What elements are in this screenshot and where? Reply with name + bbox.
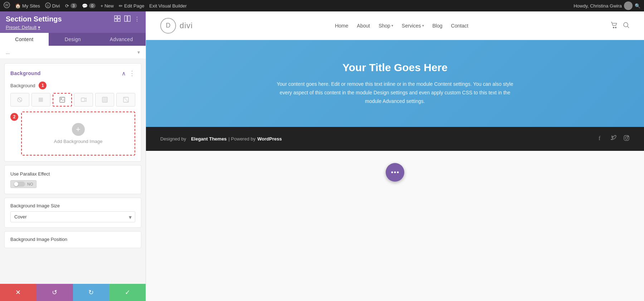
left-panel: Section Settings ⋮ Prese — [0, 11, 146, 301]
tab-design[interactable]: Design — [49, 33, 97, 46]
wp-logo-icon[interactable]: W — [4, 2, 10, 10]
bg-image-size-label: Background Image Size — [10, 203, 135, 208]
footer-social-icons: f — [597, 135, 630, 143]
add-background-image-label: Add Background Image — [54, 139, 103, 144]
comments-icon: 💬 — [82, 3, 88, 9]
hero-title: Your Title Goes Here — [160, 61, 630, 74]
background-section: Background ∧ ⋮ Background 1 — [4, 63, 141, 162]
footer-separator: | Powered by — [229, 136, 256, 142]
nav-item-contact[interactable]: Contact — [451, 23, 468, 29]
svg-point-29 — [628, 136, 629, 137]
svg-rect-16 — [102, 97, 107, 102]
footer-elegant-themes: Elegant Themes — [191, 136, 227, 142]
floating-menu-button[interactable] — [386, 163, 404, 182]
edit-page-button[interactable]: ✏ Edit Page — [119, 3, 144, 9]
bottom-action-bar: ✕ ↺ ↻ ✓ — [0, 284, 146, 301]
footer-designed-by: Designed by — [160, 136, 186, 142]
bg-type-video-button[interactable] — [74, 93, 93, 107]
bg-type-none-button[interactable] — [10, 93, 29, 107]
bg-type-color-button[interactable] — [31, 93, 50, 107]
step-2-row: 2 + Add Background Image — [10, 112, 135, 156]
preview-area: D divi Home About Shop ▾ Services ▾ — [146, 11, 644, 301]
toggle-thumb — [14, 182, 18, 186]
exit-visual-builder-button[interactable]: Exit Visual Builder — [149, 3, 187, 9]
add-background-image-button[interactable]: + Add Background Image — [21, 112, 135, 156]
add-image-plus-icon: + — [72, 123, 85, 136]
panel-tabs: Content Design Advanced — [0, 33, 146, 46]
footer-wordpress: WordPress — [257, 136, 282, 142]
tab-advanced[interactable]: Advanced — [97, 33, 146, 46]
nav-item-services[interactable]: Services ▾ — [402, 23, 424, 29]
svg-rect-12 — [39, 98, 43, 102]
redo-button[interactable]: ↻ — [73, 284, 109, 301]
facebook-icon[interactable]: f — [597, 135, 604, 143]
house-icon: 🏠 — [15, 3, 21, 9]
bg-image-size-select[interactable]: Cover Contain Actual Size Custom — [10, 211, 135, 222]
parallax-section: Use Parallax Effect NO — [4, 165, 141, 194]
logo-text: divi — [180, 21, 193, 30]
nav-item-blog[interactable]: Blog — [433, 23, 443, 29]
nav-item-home[interactable]: Home — [335, 23, 348, 29]
site-footer: Designed by Elegant Themes | Powered by … — [146, 127, 644, 151]
search-icon[interactable]: 🔍 — [635, 3, 640, 9]
focus-mode-icon[interactable] — [114, 15, 121, 23]
svg-line-25 — [627, 26, 629, 28]
twitter-icon[interactable] — [610, 135, 617, 143]
save-button[interactable]: ✓ — [109, 284, 146, 301]
nav-item-about[interactable]: About — [357, 23, 370, 29]
avatar — [624, 1, 633, 10]
bg-type-mask-button[interactable] — [116, 93, 135, 107]
background-collapse-icon[interactable]: ∧ — [122, 70, 126, 77]
site-nav: Home About Shop ▾ Services ▾ Blog Contac — [335, 23, 468, 29]
svg-point-23 — [615, 27, 616, 28]
panel-header-icons: ⋮ — [114, 15, 140, 23]
collapsed-chevron-icon: ▾ — [137, 49, 140, 55]
more-options-icon[interactable]: ⋮ — [134, 16, 140, 23]
preset-selector[interactable]: Preset: Default ▾ — [6, 25, 140, 30]
sync-menu[interactable]: ⟳ 3 — [65, 3, 77, 9]
background-label: Background — [10, 83, 35, 88]
svg-rect-4 — [114, 16, 117, 18]
comments-menu[interactable]: 💬 0 — [82, 3, 96, 9]
logo-letter: D — [166, 22, 171, 29]
toggle-track — [14, 182, 25, 187]
columns-icon[interactable] — [124, 15, 131, 23]
background-section-title: Background — [10, 70, 41, 76]
bg-type-image-button[interactable] — [53, 93, 72, 107]
svg-line-11 — [18, 98, 21, 102]
svg-text:f: f — [599, 135, 601, 141]
hero-body: Your content goes here. Edit or remove t… — [273, 80, 517, 105]
new-button[interactable]: + New — [101, 3, 114, 9]
save-icon: ✓ — [125, 288, 130, 296]
bg-type-pattern-button[interactable] — [95, 93, 114, 107]
parallax-toggle[interactable]: NO — [10, 180, 36, 188]
panel-title: Section Settings — [6, 15, 62, 23]
wp-admin-bar: W 🏠 My Sites D Divi ⟳ 3 💬 0 + New ✏ Edit… — [0, 0, 644, 11]
user-menu[interactable]: Howdy, Christina Gwira 🔍 — [574, 1, 640, 10]
background-more-icon[interactable]: ⋮ — [129, 69, 135, 77]
cancel-button[interactable]: ✕ — [0, 284, 36, 301]
undo-button[interactable]: ↺ — [36, 284, 73, 301]
divi-menu[interactable]: D Divi — [45, 3, 60, 9]
instagram-icon[interactable] — [623, 135, 630, 143]
parallax-label: Use Parallax Effect — [10, 171, 135, 177]
svg-rect-5 — [118, 16, 120, 18]
undo-icon: ↺ — [52, 288, 57, 296]
search-site-icon[interactable] — [623, 21, 630, 30]
toggle-label: NO — [27, 182, 33, 186]
bg-image-position-label: Background Image Position — [10, 237, 135, 242]
svg-text:W: W — [5, 3, 9, 7]
svg-rect-13 — [60, 97, 65, 102]
tab-content[interactable]: Content — [0, 33, 49, 46]
nav-item-shop[interactable]: Shop ▾ — [379, 23, 393, 29]
svg-point-32 — [397, 172, 399, 173]
step-2-badge: 2 — [10, 113, 18, 121]
my-sites-menu[interactable]: 🏠 My Sites — [15, 3, 40, 9]
bg-image-position-section: Background Image Position — [4, 231, 141, 248]
cart-icon[interactable] — [610, 21, 618, 30]
empty-section — [146, 151, 644, 194]
panel-header: Section Settings ⋮ Prese — [0, 11, 146, 33]
collapsed-section-row[interactable]: ... ▾ — [0, 46, 146, 59]
divi-icon: D — [45, 3, 51, 9]
preview-content: Your Title Goes Here Your content goes h… — [146, 40, 644, 301]
